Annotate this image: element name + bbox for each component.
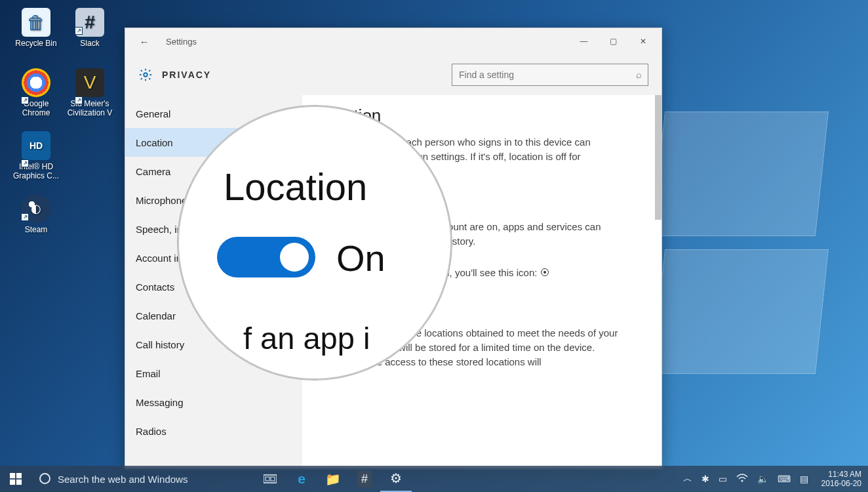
clock-time: 11:43 AM — [821, 470, 861, 479]
desktop-icon-label: Intel® HD Graphics C... — [13, 162, 59, 180]
svg-rect-7 — [271, 477, 275, 481]
svg-rect-6 — [266, 477, 269, 481]
svg-point-0 — [144, 73, 148, 77]
find-setting-search[interactable]: ⌕ — [452, 64, 648, 86]
gear-icon — [138, 68, 153, 82]
window-title: Settings — [166, 37, 197, 47]
taskbar-file-explorer[interactable]: 📁 — [317, 466, 349, 492]
taskbar-edge[interactable]: e — [286, 466, 317, 492]
desktop-icon-label: Steam — [25, 225, 48, 234]
file-explorer-icon: 📁 — [325, 472, 341, 487]
toggle-knob — [280, 243, 309, 272]
chrome-icon — [22, 68, 50, 97]
taskbar: Search the web and Windows e 📁 # ⚙ ︿ ✱ ▭… — [0, 466, 868, 492]
titlebar[interactable]: ← Settings — ▢ ✕ — [125, 28, 661, 54]
location-toggle[interactable] — [217, 237, 315, 277]
desktop-icon-slack[interactable]: # ↗ Slack — [66, 8, 114, 48]
taskbar-clock[interactable]: 11:43 AM 2016-06-20 — [818, 470, 861, 488]
svg-rect-1 — [10, 473, 15, 478]
taskbar-settings[interactable]: ⚙ — [380, 466, 412, 492]
back-button[interactable]: ← — [134, 31, 154, 51]
shortcut-badge-icon: ↗ — [21, 159, 29, 167]
svg-rect-2 — [16, 473, 22, 478]
svg-rect-3 — [10, 480, 15, 485]
maximize-button[interactable]: ▢ — [599, 31, 628, 51]
recycle-bin-icon: 🗑 — [22, 8, 50, 37]
close-button[interactable]: ✕ — [628, 31, 658, 51]
gear-icon: ⚙ — [390, 470, 402, 486]
shortcut-badge-icon: ↗ — [21, 96, 29, 104]
desktop-icon-intel-hd[interactable]: HD ↗ Intel® HD Graphics C... — [12, 131, 60, 180]
wallpaper-windows-logo-part — [652, 112, 829, 236]
lens-heading: Location — [224, 165, 367, 209]
minimize-button[interactable]: — — [569, 31, 599, 51]
wallpaper-windows-logo-part — [652, 249, 829, 374]
tray-battery-icon[interactable]: ▭ — [719, 474, 727, 484]
taskbar-search-placeholder: Search the web and Windows — [58, 474, 187, 485]
task-view-icon — [264, 474, 277, 484]
desktop-icon-civilization[interactable]: V ↗ Sid Meier's Civilization V — [66, 68, 114, 117]
search-icon: ⌕ — [636, 69, 642, 80]
search-icon — [39, 473, 50, 484]
taskbar-search[interactable]: Search the web and Windows — [31, 466, 254, 492]
civilization-icon: V — [75, 68, 104, 97]
taskbar-slack[interactable]: # — [349, 466, 380, 492]
edge-icon: e — [298, 471, 306, 487]
clock-date: 2016-06-20 — [821, 479, 861, 488]
lens-subtext-fragment: f an app i — [243, 320, 370, 356]
desktop-icon-chrome[interactable]: ↗ Google Chrome — [12, 68, 60, 117]
task-view-button[interactable] — [254, 466, 286, 492]
tray-bluetooth-icon[interactable]: ✱ — [701, 474, 709, 484]
tray-chevron-up-icon[interactable]: ︿ — [683, 473, 692, 485]
tray-wifi-icon[interactable] — [736, 474, 748, 485]
windows-logo-icon — [10, 473, 22, 485]
desktop-icon-recycle-bin[interactable]: 🗑 Recycle Bin — [12, 8, 60, 48]
header-row: PRIVACY ⌕ — [125, 54, 661, 95]
svg-point-8 — [741, 480, 743, 482]
shortcut-badge-icon: ↗ — [75, 27, 83, 35]
sidebar-item-messaging[interactable]: Messaging — [125, 388, 302, 417]
shortcut-badge-icon: ↗ — [21, 213, 29, 221]
magnifier-lens: Location On f an app i — [177, 105, 452, 380]
scrollbar-thumb[interactable] — [655, 95, 661, 220]
desktop-icon-label: Slack — [80, 39, 99, 48]
sidebar-item-radios[interactable]: Radios — [125, 417, 302, 445]
find-setting-input[interactable] — [452, 64, 648, 86]
toggle-state-label: On — [336, 237, 385, 279]
system-tray: ︿ ✱ ▭ 🔈 ⌨ ▤ 11:43 AM 2016-06-20 — [683, 466, 868, 492]
desktop-icon-label: Recycle Bin — [15, 39, 56, 48]
slack-icon: # — [357, 471, 372, 487]
desktop-icon-label: Sid Meier's Civilization V — [68, 99, 113, 117]
tray-keyboard-icon[interactable]: ⌨ — [778, 474, 791, 484]
tray-volume-icon[interactable]: 🔈 — [757, 474, 768, 484]
desktop-icon-steam[interactable]: ◐ ↗ Steam — [12, 194, 60, 234]
section-title: PRIVACY — [162, 70, 211, 80]
location-in-use-icon — [541, 268, 549, 276]
tray-action-center-icon[interactable]: ▤ — [800, 474, 808, 484]
svg-rect-4 — [16, 480, 22, 485]
intel-hd-icon: HD — [22, 131, 50, 160]
shortcut-badge-icon: ↗ — [75, 96, 83, 104]
start-button[interactable] — [0, 466, 31, 492]
